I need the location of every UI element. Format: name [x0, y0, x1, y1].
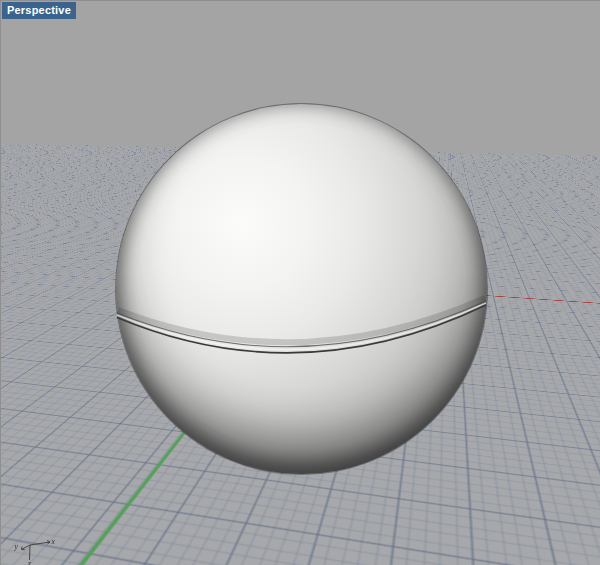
gizmo-y-arm: [22, 545, 31, 550]
gizmo-z-arm: [30, 545, 31, 560]
gizmo-y-label: y: [14, 542, 19, 551]
sphere-object[interactable]: [116, 104, 487, 474]
gizmo-x-arm: [30, 542, 50, 545]
world-axes-gizmo: x y z: [5, 529, 69, 565]
gizmo-z-label: z: [27, 559, 31, 565]
gizmo-x-label: x: [51, 537, 56, 546]
perspective-viewport[interactable]: Perspective x y z: [0, 0, 600, 565]
viewport-title-tab[interactable]: Perspective: [2, 2, 76, 19]
